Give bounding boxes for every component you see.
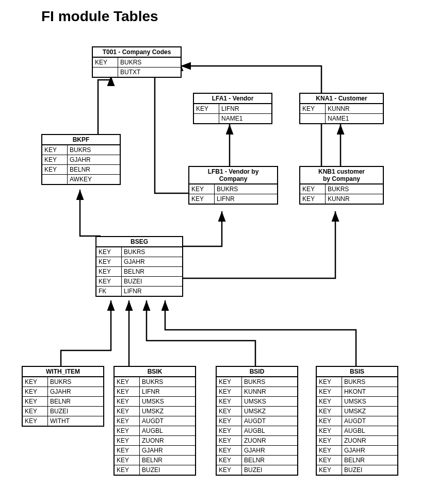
- field-cell: KUNNR: [326, 194, 383, 204]
- key-cell: KEY: [189, 194, 215, 204]
- field-cell: HKONT: [342, 387, 397, 396]
- entity-row: KEYBUZEI: [217, 465, 297, 475]
- field-cell: BELNR: [122, 267, 182, 276]
- field-cell: UMSKZ: [140, 407, 195, 416]
- field-cell: BELNR: [48, 397, 103, 406]
- key-cell: KEY: [217, 397, 242, 406]
- entity-bseg: BSEGKEYBUKRSKEYGJAHRKEYBELNRKEYBUZEIFKLI…: [95, 236, 183, 297]
- entity-row: KEYLIFNR: [189, 194, 277, 204]
- key-cell: [300, 114, 326, 123]
- entity-row: AWKEY: [42, 175, 120, 184]
- field-cell: KUNNR: [326, 104, 383, 113]
- entity-row: FKLIFNR: [96, 287, 182, 296]
- entity-row: KEYZUONR: [217, 436, 297, 446]
- entity-row: KEYAUGDT: [217, 416, 297, 426]
- entity-header: BSEG: [96, 237, 182, 247]
- key-cell: KEY: [300, 184, 326, 194]
- entity-row: KEYBUKRS: [93, 58, 181, 68]
- key-cell: KEY: [217, 407, 242, 416]
- entity-row: KEYBELNR: [317, 456, 397, 465]
- key-cell: KEY: [217, 377, 242, 387]
- key-cell: KEY: [194, 104, 219, 113]
- entity-row: KEYGJAHR: [217, 446, 297, 456]
- field-cell: WITHT: [48, 416, 103, 426]
- entity-row: BUTXT: [93, 68, 181, 77]
- field-cell: KUNNR: [242, 387, 297, 396]
- entity-row: KEYBUKRS: [300, 184, 383, 194]
- entity-row: KEYLIFNR: [194, 104, 271, 114]
- field-cell: AWKEY: [68, 175, 120, 184]
- key-cell: [42, 175, 68, 184]
- entity-header: BSIS: [317, 367, 397, 377]
- field-cell: GJAHR: [242, 446, 297, 455]
- field-cell: ZUONR: [342, 436, 397, 445]
- field-cell: BUKRS: [48, 377, 103, 387]
- entity-row: KEYBUZEI: [96, 277, 182, 287]
- key-cell: KEY: [115, 436, 140, 445]
- entity-row: KEYBUKRS: [115, 377, 195, 387]
- field-cell: BELNR: [140, 456, 195, 465]
- key-cell: KEY: [115, 377, 140, 387]
- key-cell: KEY: [317, 446, 342, 455]
- field-cell: LIFNR: [219, 104, 271, 113]
- key-cell: KEY: [317, 397, 342, 406]
- entity-row: KEYZUONR: [317, 436, 397, 446]
- diagram-title: FI module Tables: [41, 8, 158, 25]
- entity-row: KEYAUGBL: [317, 426, 397, 436]
- key-cell: KEY: [317, 426, 342, 435]
- key-cell: KEY: [217, 456, 242, 465]
- key-cell: KEY: [42, 145, 68, 155]
- key-cell: KEY: [189, 184, 215, 194]
- key-cell: KEY: [23, 416, 48, 426]
- entity-row: KEYAUGDT: [317, 416, 397, 426]
- entity-row: KEYBELNR: [217, 456, 297, 465]
- entity-header: WITH_ITEM: [23, 367, 103, 377]
- field-cell: BUZEI: [242, 465, 297, 475]
- key-cell: KEY: [42, 155, 68, 164]
- entity-row: KEYUMSKZ: [217, 407, 297, 416]
- key-cell: KEY: [300, 104, 326, 113]
- field-cell: BUKRS: [140, 377, 195, 387]
- field-cell: AUGDT: [242, 416, 297, 426]
- field-cell: BUZEI: [342, 465, 397, 475]
- field-cell: BUKRS: [242, 377, 297, 387]
- entity-row: KEYGJAHR: [96, 257, 182, 267]
- field-cell: BELNR: [68, 165, 120, 174]
- entity-bsis: BSISKEYBUKRSKEYHKONTKEYUMSKSKEYUMSKZKEYA…: [316, 366, 398, 476]
- entity-header: T001 - Company Codes: [93, 47, 181, 58]
- field-cell: AUGDT: [140, 416, 195, 426]
- entity-row: KEYBUKRS: [189, 184, 277, 194]
- field-cell: BUKRS: [326, 184, 383, 194]
- key-cell: KEY: [115, 407, 140, 416]
- key-cell: KEY: [115, 426, 140, 435]
- entity-row: KEYGJAHR: [317, 446, 397, 456]
- key-cell: KEY: [217, 387, 242, 396]
- entity-row: KEYBUZEI: [317, 465, 397, 475]
- entity-bsik: BSIKKEYBUKRSKEYLIFNRKEYUMSKSKEYUMSKZKEYA…: [114, 366, 196, 476]
- key-cell: KEY: [217, 446, 242, 455]
- field-cell: ZUONR: [242, 436, 297, 445]
- entity-row: KEYBELNR: [115, 456, 195, 465]
- entity-row: KEYGJAHR: [115, 446, 195, 456]
- entity-header: KNB1 customer by Company: [300, 167, 383, 184]
- entity-row: NAME1: [194, 114, 271, 123]
- field-cell: BUZEI: [122, 277, 182, 286]
- key-cell: KEY: [23, 387, 48, 396]
- entity-row: KEYAUGBL: [217, 426, 297, 436]
- entity-header: BSID: [217, 367, 297, 377]
- entity-row: KEYBUZEI: [23, 407, 103, 416]
- key-cell: [93, 68, 118, 77]
- entity-row: KEYGJAHR: [23, 387, 103, 397]
- entity-lfb1: LFB1 - Vendor by CompanyKEYBUKRSKEYLIFNR: [188, 166, 278, 205]
- field-cell: LIFNR: [215, 194, 277, 204]
- field-cell: UMSKZ: [342, 407, 397, 416]
- key-cell: KEY: [96, 257, 122, 266]
- key-cell: KEY: [115, 387, 140, 396]
- key-cell: KEY: [217, 416, 242, 426]
- key-cell: KEY: [96, 247, 122, 257]
- entity-row: KEYBELNR: [42, 165, 120, 175]
- entity-row: KEYZUONR: [115, 436, 195, 446]
- field-cell: GJAHR: [140, 446, 195, 455]
- key-cell: KEY: [96, 277, 122, 286]
- key-cell: KEY: [317, 456, 342, 465]
